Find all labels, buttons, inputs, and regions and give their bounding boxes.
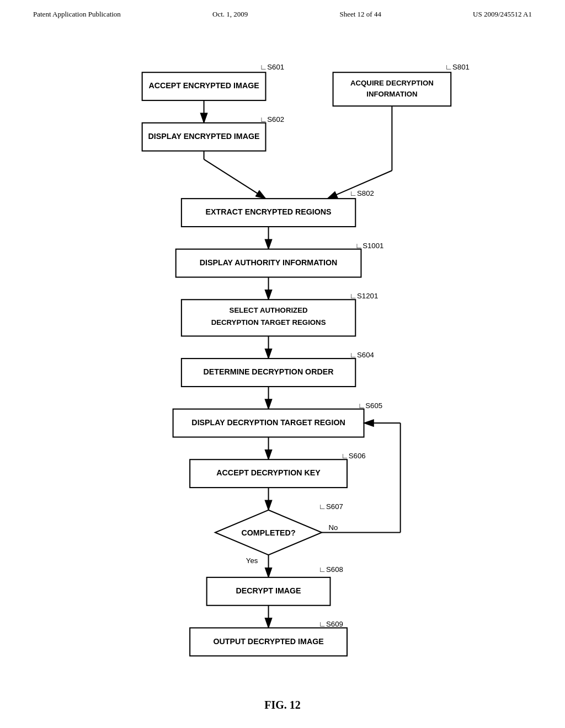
label-S601: ∟S601: [260, 63, 284, 71]
label-S1201-text2: DECRYPTION TARGET REGIONS: [211, 318, 326, 326]
arrow-S602-S802: [204, 159, 266, 199]
figure-label: FIG. 12: [264, 699, 301, 711]
label-S801: ∟S801: [445, 63, 470, 71]
label-S801-text2: INFORMATION: [366, 90, 417, 98]
header-publication: Patent Application Publication: [33, 10, 121, 19]
flowchart-diagram: ACCEPT ENCRYPTED IMAGE ∟S601 ACQUIRE DEC…: [84, 33, 481, 678]
label-S602: ∟S602: [260, 115, 284, 124]
label-S609: ∟S609: [319, 620, 343, 628]
label-S606: ∟S606: [342, 452, 366, 460]
label-S604-text: DETERMINE DECRYPTION ORDER: [204, 367, 334, 376]
label-S802: ∟S802: [350, 189, 374, 197]
page-header: Patent Application Publication Oct. 1, 2…: [0, 0, 565, 19]
label-S601-text: ACCEPT ENCRYPTED IMAGE: [148, 81, 259, 90]
label-S802-text: EXTRACT ENCRYPTED REGIONS: [206, 207, 332, 216]
box-S801: [333, 72, 451, 106]
label-S608-text: DECRYPT IMAGE: [236, 586, 301, 595]
label-S605-text: DISPLAY DECRYPTION TARGET REGION: [191, 418, 345, 427]
header-patent: US 2009/245512 A1: [473, 10, 532, 19]
label-yes: Yes: [246, 556, 258, 565]
label-S1001-text: DISPLAY AUTHORITY INFORMATION: [200, 258, 338, 267]
label-S1201: ∟S1201: [350, 292, 378, 300]
label-S602-text: DISPLAY ENCRYPTED IMAGE: [148, 132, 260, 141]
label-no: No: [328, 523, 338, 532]
label-S606-text: ACCEPT DECRYPTION KEY: [216, 468, 321, 477]
label-S607: ∟S607: [319, 502, 343, 511]
label-S608: ∟S608: [319, 565, 343, 574]
label-S605: ∟S605: [358, 402, 382, 410]
label-S609-text: OUTPUT DECRYPTED IMAGE: [213, 637, 323, 646]
header-date: Oct. 1, 2009: [212, 10, 248, 19]
label-S1201-text1: SELECT AUTHORIZED: [230, 306, 308, 314]
label-S604: ∟S604: [350, 351, 374, 359]
label-S607-text: COMPLETED?: [242, 528, 296, 537]
label-S801-text1: ACQUIRE DECRYPTION: [350, 79, 434, 87]
label-S1001: ∟S1001: [355, 242, 383, 250]
header-sheet: Sheet 12 of 44: [339, 10, 381, 19]
